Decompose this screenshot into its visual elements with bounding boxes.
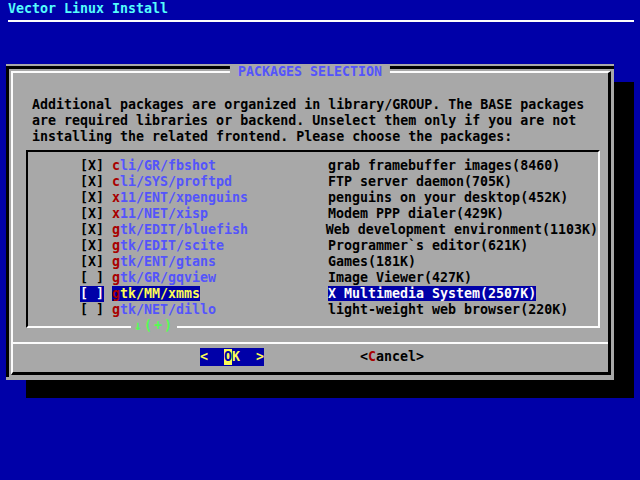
dialog-shadow — [614, 82, 634, 398]
scroll-more-indicator: ↓(+) — [131, 318, 177, 334]
package-name: gtk/NET/dillo — [112, 302, 320, 318]
package-description: Programmer`s editor(621K) — [328, 238, 598, 254]
package-checkbox[interactable]: [X] — [80, 238, 104, 254]
package-row[interactable]: [X]x11/ENT/xpenguinspenguins on your des… — [80, 190, 598, 206]
install-header-title: Vector Linux Install — [8, 1, 168, 17]
package-checkbox[interactable]: [ ] — [80, 270, 104, 286]
package-description: penguins on your desktop(452K) — [328, 190, 598, 206]
package-description: Games(181K) — [328, 254, 598, 270]
package-description: FTP server daemon(705K) — [328, 174, 598, 190]
package-checkbox[interactable]: [X] — [80, 254, 104, 270]
packages-selection-dialog: PACKAGES SELECTION Additional packages a… — [6, 64, 614, 380]
dialog-message-line: Additional packages are organized in lib… — [32, 97, 584, 113]
package-name: gtk/ENT/gtans — [112, 254, 320, 270]
package-row[interactable]: [X]gtk/EDIT/bluefishWeb development envi… — [80, 222, 598, 238]
package-name: gtk/EDIT/bluefish — [112, 222, 318, 238]
package-name: gtk/EDIT/scite — [112, 238, 320, 254]
package-checkbox[interactable]: [X] — [80, 222, 104, 238]
package-row[interactable]: [X]x11/NET/xispModem PPP dialer(429K) — [80, 206, 598, 222]
dialog-message: Additional packages are organized in lib… — [32, 97, 584, 145]
dialog-shadow — [26, 380, 634, 398]
cancel-button[interactable]: <Cancel> — [360, 348, 424, 366]
dialog-message-line: installing the related frontend. Please … — [32, 129, 584, 145]
package-description: light-weight web browser(220K) — [328, 302, 598, 318]
package-checkbox[interactable]: [ ] — [80, 286, 104, 302]
package-row[interactable]: [X]gtk/EDIT/sciteProgrammer`s editor(621… — [80, 238, 598, 254]
package-description: X Multimedia System(2507K) — [328, 286, 598, 302]
dialog-title: PACKAGES SELECTION — [230, 64, 390, 80]
package-row[interactable]: [ ]gtk/GR/gqviewImage Viewer(427K) — [80, 270, 598, 286]
package-name: x11/NET/xisp — [112, 206, 320, 222]
package-row[interactable]: [X]cli/SYS/proftpdFTP server daemon(705K… — [80, 174, 598, 190]
package-name: gtk/GR/gqview — [112, 270, 320, 286]
package-description: Modem PPP dialer(429K) — [328, 206, 598, 222]
package-description: Image Viewer(427K) — [328, 270, 598, 286]
package-checkbox[interactable]: [X] — [80, 174, 104, 190]
package-row[interactable]: [X]cli/GR/fbshotgrab framebuffer images(… — [80, 158, 598, 174]
package-name: cli/SYS/proftpd — [112, 174, 320, 190]
dialog-border — [6, 66, 9, 377]
package-name: x11/ENT/xpenguins — [112, 190, 320, 206]
package-row[interactable]: [ ]gtk/NET/dillolight-weight web browser… — [80, 302, 598, 318]
ok-button[interactable]: < OK > — [200, 348, 264, 366]
package-row[interactable]: [ ]gtk/MM/xmmsX Multimedia System(2507K) — [80, 286, 598, 302]
package-description: Web development environment(1103K) — [326, 222, 598, 238]
header-rule — [8, 20, 634, 22]
package-checkbox[interactable]: [ ] — [80, 302, 104, 318]
buttons-separator — [13, 342, 608, 344]
package-checkbox[interactable]: [X] — [80, 206, 104, 222]
package-row[interactable]: [X]gtk/ENT/gtansGames(181K) — [80, 254, 598, 270]
dialog-message-line: are required libraries or backend. Unsel… — [32, 113, 584, 129]
package-checkbox[interactable]: [X] — [80, 158, 104, 174]
package-checkbox[interactable]: [X] — [80, 190, 104, 206]
package-checklist[interactable]: [X]cli/GR/fbshotgrab framebuffer images(… — [26, 150, 600, 328]
package-description: grab framebuffer images(8460) — [328, 158, 598, 174]
package-name: gtk/MM/xmms — [112, 286, 320, 302]
package-name: cli/GR/fbshot — [112, 158, 320, 174]
